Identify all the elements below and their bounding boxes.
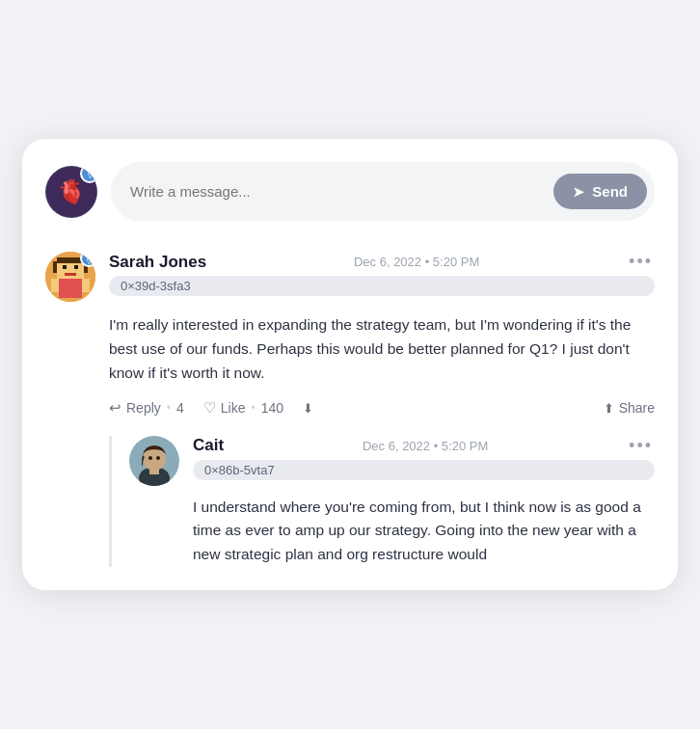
eth-badge-compose: ⟠ [80, 166, 97, 183]
reply-count: 4 [176, 400, 184, 416]
cait-reply-body: I understand where you're coming from, b… [193, 496, 655, 567]
cait-timestamp: Dec 6, 2022 • 5:20 PM [363, 439, 488, 453]
like-button[interactable]: Like [203, 399, 246, 417]
sarah-more-button[interactable]: ••• [627, 252, 655, 272]
sep3: • [251, 401, 255, 415]
svg-rect-3 [63, 265, 67, 269]
svg-point-16 [148, 456, 152, 460]
reply-comment-header: Cait Dec 6, 2022 • 5:20 PM ••• 0×86b-5vt… [129, 436, 655, 486]
cait-username: Cait [193, 436, 224, 455]
cait-meta: Cait Dec 6, 2022 • 5:20 PM ••• 0×86b-5vt… [193, 436, 655, 480]
like-icon [203, 399, 216, 417]
svg-point-17 [156, 456, 160, 460]
sarah-meta-top: Sarah Jones Dec 6, 2022 • 5:20 PM ••• [109, 252, 655, 272]
svg-rect-10 [51, 279, 59, 292]
cait-address: 0×86b-5vta7 [193, 460, 655, 480]
downvote-button[interactable] [303, 400, 313, 416]
cait-avatar [129, 436, 179, 486]
sarah-meta: Sarah Jones Dec 6, 2022 • 5:20 PM ••• 0×… [109, 252, 655, 296]
send-icon [573, 183, 584, 200]
reply-thread: Cait Dec 6, 2022 • 5:20 PM ••• 0×86b-5vt… [109, 436, 655, 567]
svg-rect-9 [59, 279, 82, 298]
compose-input-wrap[interactable]: Send [111, 162, 655, 221]
send-button[interactable]: Send [553, 174, 647, 209]
svg-rect-2 [57, 263, 84, 279]
main-comment: ⟠ Sarah Jones Dec 6, 2022 • 5:20 PM ••• … [45, 244, 655, 567]
sarah-comment-body: I'm really interested in expanding the s… [109, 313, 655, 385]
main-card: 🫀 ⟠ Send [22, 139, 678, 590]
reply-icon [109, 399, 121, 417]
share-label: Share [619, 400, 655, 416]
eth-badge-sarah: ⟠ [80, 252, 95, 267]
reply-button[interactable]: Reply [109, 399, 161, 417]
svg-rect-5 [65, 273, 76, 276]
cait-more-button[interactable]: ••• [627, 436, 655, 456]
sarah-username: Sarah Jones [109, 253, 206, 272]
sarah-avatar: ⟠ [45, 252, 95, 302]
compose-avatar: 🫀 ⟠ [45, 166, 97, 218]
message-input[interactable] [130, 183, 546, 200]
svg-rect-4 [74, 265, 78, 269]
compose-row: 🫀 ⟠ Send [45, 162, 655, 221]
sarah-address: 0×39d-3sfa3 [109, 276, 655, 296]
eth-icon-sarah: ⟠ [87, 254, 92, 264]
like-label: Like [221, 400, 246, 416]
cait-meta-top: Cait Dec 6, 2022 • 5:20 PM ••• [193, 436, 655, 456]
comment-header: ⟠ Sarah Jones Dec 6, 2022 • 5:20 PM ••• … [45, 252, 655, 302]
sarah-timestamp: Dec 6, 2022 • 5:20 PM [354, 255, 479, 269]
svg-rect-11 [82, 279, 90, 292]
down-icon [303, 400, 313, 416]
share-group[interactable]: Share [604, 400, 655, 416]
share-icon [604, 400, 614, 416]
like-count: 140 [261, 400, 283, 416]
eth-icon-compose: ⟠ [88, 168, 93, 178]
sep1: • [167, 401, 171, 415]
comment-actions: Reply • 4 Like • 140 Share [109, 399, 655, 417]
reply-label: Reply [126, 400, 161, 416]
send-label: Send [592, 183, 628, 200]
svg-rect-7 [53, 261, 57, 273]
